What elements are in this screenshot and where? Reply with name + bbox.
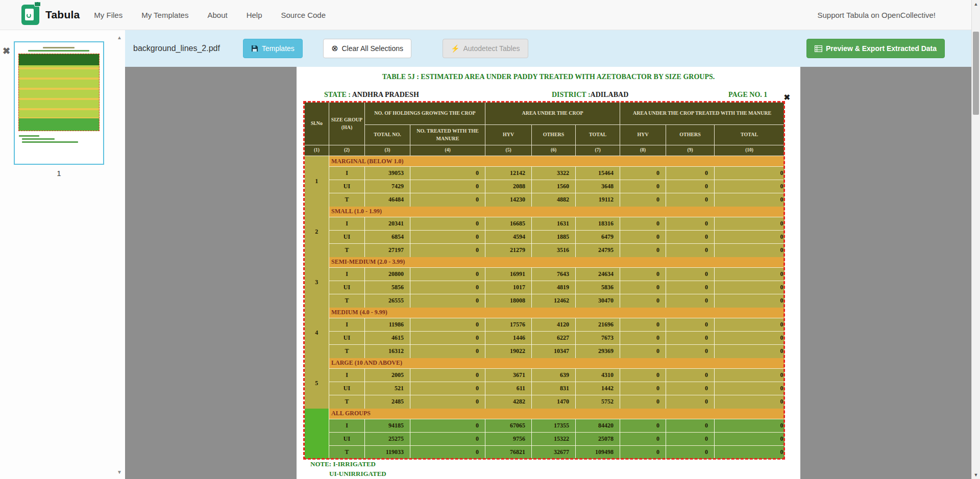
data-cell: 9756 <box>485 433 532 446</box>
data-cell: 30470 <box>576 294 620 308</box>
group-slno-cell <box>305 409 329 459</box>
data-cell: 25078 <box>576 433 620 446</box>
data-cell: 0 <box>666 193 715 207</box>
data-cell: 15464 <box>576 167 620 180</box>
brand[interactable]: Tabula <box>21 5 80 25</box>
nav-item-source-code[interactable]: Source Code <box>281 11 326 19</box>
data-cell: 0 <box>715 382 785 395</box>
pdf-district-label: DISTRICT :ADILABAD <box>552 91 628 99</box>
data-cell: 2485 <box>365 395 410 409</box>
selection-close-icon[interactable]: ✖ <box>783 93 790 102</box>
clear-all-selections-button[interactable]: ⊗ Clear All Selections <box>323 39 411 58</box>
remove-page-icon[interactable]: ✖ <box>3 46 10 56</box>
scroll-down-icon[interactable]: ▼ <box>972 472 980 477</box>
table-colnum-cell: (4) <box>410 145 485 156</box>
save-icon <box>251 45 258 52</box>
templates-button[interactable]: Templates <box>243 39 303 58</box>
data-cell: 0 <box>715 281 785 294</box>
sidebar-scroll-up-icon[interactable]: ▲ <box>115 35 124 40</box>
data-cell: 0 <box>715 395 785 409</box>
table-colnum-cell: (8) <box>620 145 666 156</box>
data-cell: 1017 <box>485 281 532 294</box>
data-cell: 0 <box>410 433 485 446</box>
data-cell: 0 <box>410 369 485 382</box>
row-type-cell: UI <box>329 281 365 294</box>
scroll-up-icon[interactable]: ▲ <box>972 2 980 7</box>
data-cell: 0 <box>410 446 485 459</box>
nav-item-help[interactable]: Help <box>247 11 262 19</box>
pdf-page[interactable]: TABLE 5J : ESTIMATED AREA UNDER PADDY TR… <box>297 67 800 479</box>
data-cell: 0 <box>715 244 785 257</box>
data-cell: 0 <box>410 217 485 231</box>
data-cell: 18008 <box>485 294 532 308</box>
table-subheader-cell: OTHERS <box>666 125 715 145</box>
data-cell: 0 <box>666 345 715 358</box>
data-cell: 46484 <box>365 193 410 207</box>
data-cell: 0 <box>715 369 785 382</box>
sidebar-scroll-down-icon[interactable]: ▼ <box>115 469 124 475</box>
nav-item-my-files[interactable]: My Files <box>94 11 122 19</box>
table-header-cell: SIZE GROUP (HA) <box>329 103 365 145</box>
nav-item-my-templates[interactable]: My Templates <box>141 11 188 19</box>
group-slno-cell: 1 <box>305 156 329 207</box>
data-cell: 0 <box>715 180 785 193</box>
data-cell: 0 <box>410 193 485 207</box>
data-cell: 27197 <box>365 244 410 257</box>
thumb-note-line <box>22 138 55 140</box>
group-band-cell: SMALL (1.0 - 1.99) <box>329 207 785 217</box>
data-cell: 12142 <box>485 167 532 180</box>
data-cell: 20341 <box>365 217 410 231</box>
data-cell: 19022 <box>485 345 532 358</box>
data-cell: 17355 <box>532 419 576 433</box>
autodetect-tables-button[interactable]: ⚡ Autodetect Tables <box>443 39 528 58</box>
data-cell: 0 <box>410 419 485 433</box>
data-cell: 1631 <box>532 217 576 231</box>
table-colnum-cell: (1) <box>305 145 329 156</box>
note-line-1: NOTE: I-IRRIGATED <box>310 459 386 469</box>
data-cell: 6479 <box>576 231 620 244</box>
table-colnum-cell: (3) <box>365 145 410 156</box>
data-cell: 10347 <box>532 345 576 358</box>
window-scrollbar[interactable]: ▲ ▼ <box>971 0 980 479</box>
data-cell: 11986 <box>365 318 410 332</box>
support-link[interactable]: Support Tabula on OpenCollective! <box>817 11 936 19</box>
tabula-logo-icon <box>21 5 39 25</box>
data-cell: 0 <box>666 167 715 180</box>
data-cell: 6227 <box>532 332 576 345</box>
data-cell: 3648 <box>576 180 620 193</box>
thumb-subtitle-line <box>28 50 89 52</box>
data-cell: 0 <box>715 231 785 244</box>
data-cell: 0 <box>715 345 785 358</box>
note-line-2: UI-UNIRRIGATED <box>329 469 386 478</box>
data-cell: 0 <box>620 345 666 358</box>
scrollbar-thumb[interactable] <box>973 32 979 115</box>
data-cell: 4882 <box>532 193 576 207</box>
thumb-note-line <box>19 135 39 137</box>
data-cell: 0 <box>620 433 666 446</box>
data-cell: 0 <box>666 395 715 409</box>
preview-export-button[interactable]: Preview & Export Extracted Data <box>806 39 945 58</box>
page-thumbnail[interactable] <box>14 41 104 165</box>
filename-label: background_lines_2.pdf <box>133 30 220 67</box>
data-cell: 3516 <box>532 244 576 257</box>
data-cell: 0 <box>620 369 666 382</box>
data-cell: 0 <box>620 217 666 231</box>
page-sidebar: ✖ 1 ▲ ▼ <box>0 30 125 479</box>
export-button-label: Preview & Export Extracted Data <box>826 44 937 53</box>
lightning-icon: ⚡ <box>451 45 459 52</box>
state-label: STATE : <box>324 91 351 98</box>
row-type-cell: I <box>329 217 365 231</box>
row-type-cell: I <box>329 268 365 281</box>
table-header-cell: AREA UNDER THE CROP <box>485 103 620 125</box>
data-cell: 0 <box>666 180 715 193</box>
table-header-cell: AREA UNDER THE CROP TREATED WITH THE MAN… <box>620 103 785 125</box>
data-cell: 0 <box>410 294 485 308</box>
data-cell: 19112 <box>576 193 620 207</box>
data-cell: 0 <box>666 217 715 231</box>
row-type-cell: UI <box>329 180 365 193</box>
data-cell: 94185 <box>365 419 410 433</box>
nav-item-about[interactable]: About <box>207 11 227 19</box>
data-cell: 14230 <box>485 193 532 207</box>
selection-box[interactable]: Sl.NoSIZE GROUP (HA)NO. OF HOLDINGS GROW… <box>304 102 784 459</box>
data-cell: 0 <box>715 217 785 231</box>
